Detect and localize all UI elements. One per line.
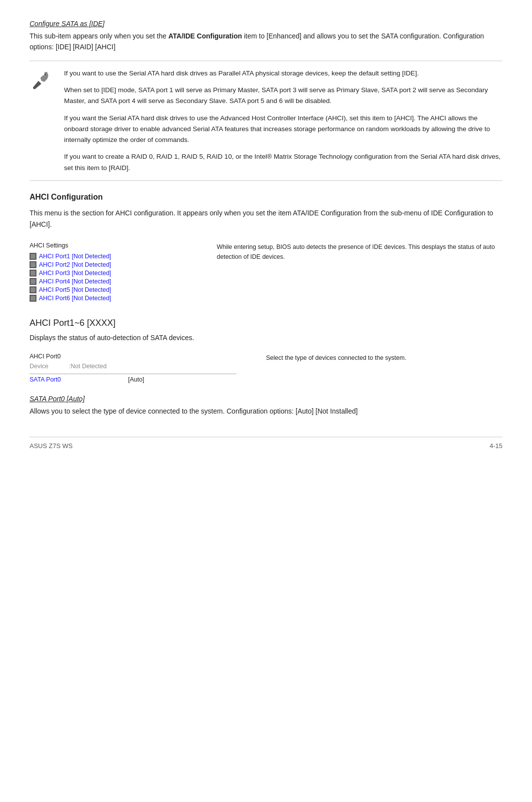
ahci-port-section: AHCI Port1~6 [XXXX] Displays the status … <box>30 318 502 383</box>
note-para-3: If you want the Serial ATA hard disk dri… <box>64 113 502 146</box>
list-item[interactable]: AHCI Port1 [Not Detected] <box>30 253 187 260</box>
sata-port0-section: SATA Port0 [Auto] Allows you to select t… <box>30 395 502 417</box>
bios-item-icon <box>30 286 36 293</box>
bios-item-label: AHCI Port2 [Not Detected] <box>39 261 111 268</box>
port-sata-row[interactable]: SATA Port0 [Auto] <box>30 374 236 383</box>
footer-left: ASUS Z7S WS <box>30 442 72 450</box>
sata-port0-value: [Auto] <box>128 376 144 383</box>
sata-port0-title: SATA Port0 [Auto] <box>30 395 502 403</box>
list-item[interactable]: AHCI Port5 [Not Detected] <box>30 286 187 293</box>
note-box: If you want to use the Serial ATA hard d… <box>30 61 502 181</box>
bios-item-label: AHCI Port1 [Not Detected] <box>39 253 111 260</box>
page-content: Configure SATA as [IDE] This sub-item ap… <box>30 20 502 450</box>
bios-item-icon <box>30 295 36 302</box>
page-footer: ASUS Z7S WS 4-15 <box>30 437 502 450</box>
note-para-4: If you want to create a RAID 0, RAID 1, … <box>64 151 502 174</box>
port-heading: AHCI Port1~6 [XXXX] <box>30 318 502 328</box>
ahci-config-desc: This menu is the section for AHCI config… <box>30 208 502 230</box>
svg-point-0 <box>33 87 35 89</box>
port-menu-title: AHCI Port0 <box>30 353 236 360</box>
bios-item-icon <box>30 278 36 285</box>
bios-item-label: AHCI Port6 [Not Detected] <box>39 295 111 302</box>
list-item[interactable]: AHCI Port3 [Not Detected] <box>30 270 187 277</box>
list-item[interactable]: AHCI Port6 [Not Detected] <box>30 295 187 302</box>
bios-item-icon <box>30 270 36 277</box>
configure-sata-title: Configure SATA as [IDE] <box>30 20 502 28</box>
bios-item-icon <box>30 261 36 268</box>
bios-panel: AHCI Settings AHCI Port1 [Not Detected] … <box>30 242 502 303</box>
port-sidebar: Select the type of devices connected to … <box>236 353 502 383</box>
port-desc: Displays the status of auto-detection of… <box>30 332 502 343</box>
port-panel: AHCI Port0 Device :Not Detected SATA Por… <box>30 353 502 383</box>
ahci-config-section: AHCI Configuration This menu is the sect… <box>30 193 502 303</box>
bios-item-label: AHCI Port3 [Not Detected] <box>39 270 111 277</box>
sata-port0-desc: Allows you to select the type of device … <box>30 406 502 417</box>
note-icon <box>30 68 54 174</box>
configure-sata-desc: This sub-item appears only when you set … <box>30 31 502 53</box>
bios-item-icon <box>30 253 36 260</box>
wrench-icon <box>30 70 49 90</box>
footer-right: 4-15 <box>490 442 502 450</box>
note-para-1: If you want to use the Serial ATA hard d… <box>64 68 502 79</box>
ahci-config-heading: AHCI Configuration <box>30 193 502 202</box>
port-device-label: Device <box>30 363 69 370</box>
configure-sata-section: Configure SATA as [IDE] This sub-item ap… <box>30 20 502 181</box>
sata-port0-name: SATA Port0 <box>30 376 128 383</box>
port-device-value: :Not Detected <box>69 363 106 370</box>
note-para-2: When set to [IDE] mode, SATA port 1 will… <box>64 85 502 107</box>
bios-menu-title: AHCI Settings <box>30 242 187 249</box>
bios-sidebar: While entering setup, BIOS auto detects … <box>187 242 502 303</box>
bios-item-label: AHCI Port4 [Not Detected] <box>39 278 111 285</box>
list-item[interactable]: AHCI Port2 [Not Detected] <box>30 261 187 268</box>
port-menu: AHCI Port0 Device :Not Detected SATA Por… <box>30 353 236 383</box>
bios-item-label: AHCI Port5 [Not Detected] <box>39 286 111 293</box>
list-item[interactable]: AHCI Port4 [Not Detected] <box>30 278 187 285</box>
bios-menu: AHCI Settings AHCI Port1 [Not Detected] … <box>30 242 187 303</box>
note-text: If you want to use the Serial ATA hard d… <box>64 68 502 174</box>
port-device-row: Device :Not Detected <box>30 363 236 372</box>
